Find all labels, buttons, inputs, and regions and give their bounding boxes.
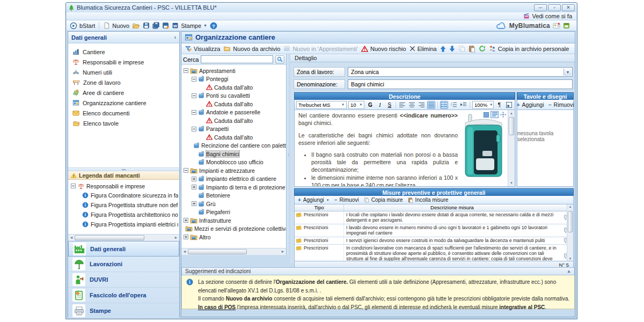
maximize-button[interactable]: ▫ (548, 4, 561, 11)
nuovo-button[interactable]: Nuovo (103, 22, 129, 29)
scrollbar-thumb[interactable] (188, 249, 247, 254)
scrollbar-thumb[interactable] (75, 235, 144, 240)
nav-item-duvri[interactable]: DUVRI (68, 272, 179, 288)
scroll-up-icon[interactable]: ▲ (509, 111, 514, 116)
legend-root[interactable]: Responsabili e imprese (69, 181, 178, 191)
numbered-list-button[interactable]: 12 (450, 101, 458, 109)
column-header-descrizione[interactable]: Descrizione misura (344, 204, 560, 211)
tree-node-gr-[interactable]: Grù (181, 200, 286, 208)
sidebar-item-zone-di-lavoro[interactable]: Zone di lavoro (68, 77, 179, 87)
misure-rimuovi-button[interactable]: − Rimuovi (334, 197, 359, 203)
paste-icon[interactable] (469, 45, 475, 53)
move-down-icon[interactable] (449, 46, 455, 52)
zoom-select[interactable]: 100%▼ (472, 101, 494, 109)
scrollbar-thumb[interactable] (509, 117, 514, 135)
align-left-button[interactable] (398, 101, 406, 109)
refresh-icon[interactable] (479, 45, 486, 52)
scrollbar-thumb[interactable] (568, 211, 573, 232)
tree-node-infrastrutture[interactable]: Infrastrutture (181, 216, 286, 225)
stampe-button[interactable]: W Stampe ▼ (172, 22, 207, 29)
zona-di-lavoro-select[interactable]: Zona unica ▼ (348, 67, 573, 77)
move-up-icon[interactable] (440, 46, 446, 52)
column-header-tipo[interactable]: Tipo (295, 204, 344, 211)
tree-node-apprestamenti[interactable]: Apprestamenti (181, 67, 286, 75)
title-bar[interactable]: Blumatica Sicurezza Cantieri - PSC - VIL… (66, 3, 577, 12)
save-all-icon[interactable] (152, 22, 159, 29)
tree-node-impianti-e-attrezzature[interactable]: Impianti e attrezzature (181, 166, 286, 175)
nav-item-lavorazioni[interactable]: Lavorazioni (68, 257, 179, 272)
align-right-button[interactable] (418, 101, 426, 109)
panel-splitter[interactable]: ⁞ (287, 54, 290, 255)
tree-node-caduta-dall-alto[interactable]: Caduta dall'alto (181, 100, 286, 108)
help-icon[interactable]: ? (210, 22, 217, 30)
font-family-select[interactable]: Trebuchet MS▼ (296, 101, 347, 109)
legend-item[interactable]: Figura Coordinatore sicurezza in fase di… (69, 191, 178, 200)
nuovo-rischio-button[interactable]: Nuovo rischio (361, 46, 406, 52)
close-button[interactable]: ✕ (562, 4, 575, 11)
misure-vscrollbar[interactable]: ▲ ▼ (567, 204, 573, 261)
scroll-left-icon[interactable]: ◄ (69, 235, 74, 240)
misure-row[interactable]: PrescrizioniI lavabi devono essere in nu… (295, 224, 573, 237)
tree-node-parapetti[interactable]: Parapetti (181, 125, 286, 134)
tavole-rimuovi-button[interactable]: − Rimuovi (548, 101, 574, 108)
elimina-button[interactable]: Elimina (409, 46, 437, 52)
misure-row[interactable]: PrescrizioniI servizi igienici devono es… (295, 237, 573, 245)
myblumatica-area[interactable]: MyBlumatica (496, 22, 573, 30)
scroll-down-icon[interactable]: ▼ (568, 257, 573, 260)
italic-button[interactable]: I (376, 101, 384, 109)
legend-item[interactable]: Figura Progettista architettonico non de… (69, 210, 178, 219)
tree-node-impianto-di-terra-e-di-protezione-contro-le-scariche[interactable]: Impianto di terra e di protezione contro… (181, 183, 286, 192)
vedi-come-si-fa-link[interactable]: Vedi come si fa (523, 13, 576, 19)
misure-aggiungi-button[interactable]: + Aggiungi ▼ (298, 197, 330, 203)
copia-misure-button[interactable]: Copia misure (364, 197, 403, 203)
incolla-misure-button[interactable]: Incolla misure (408, 197, 449, 203)
align-center-button[interactable] (408, 101, 416, 109)
contact-card-icon[interactable] (553, 23, 560, 29)
misure-row[interactable]: PrescrizioniIn condizioni lavorative con… (295, 245, 573, 262)
sidebar-item-aree-di-cantiere[interactable]: Aree di cantiere (68, 87, 179, 98)
search-input[interactable] (201, 55, 273, 63)
search-button[interactable] (275, 55, 284, 64)
tree-node-caduta-dall-alto[interactable]: Caduta dall'alto (181, 133, 286, 142)
sidebar-item-elenco-tavole[interactable]: Elenco tavole (68, 118, 179, 128)
open-folder-icon[interactable] (132, 22, 140, 30)
sidebar-item-numeri-utili[interactable]: Numeri utili (68, 67, 179, 77)
sidebar-hscrollbar[interactable]: ◄ ► (68, 234, 179, 241)
sidebar-item-organizzazione-cantiere[interactable]: Organizzazione cantiere (68, 98, 179, 108)
tree-node-andatoie-e-passerelle[interactable]: Andatoie e passerelle (181, 108, 286, 117)
justify-button[interactable] (427, 101, 435, 109)
descrizione-editor[interactable]: Nel cantiere dovranno essere presenti <<… (294, 110, 515, 187)
legend-item[interactable]: Figura Progettista impianti elettrici no… (69, 219, 178, 229)
tree-node-altro[interactable]: Altro (181, 233, 286, 241)
collapse-sidebar-icon[interactable]: ‹ (174, 34, 176, 40)
tree-node-caduta-dall-alto[interactable]: Caduta dall'alto (181, 83, 286, 92)
scroll-right-icon[interactable]: ► (280, 249, 286, 254)
chevron-down-icon[interactable]: ▼ (564, 68, 572, 76)
minimize-button[interactable]: ─ (534, 4, 547, 11)
denominazione-input[interactable]: Bagni chimici (348, 79, 573, 89)
calendar-icon[interactable] (563, 22, 570, 29)
suggestions-header[interactable]: Suggerimenti ed indicazioni ▲ (181, 267, 575, 275)
sidebar-item-elenco-documenti[interactable]: Elenco documenti (68, 108, 179, 118)
font-size-select[interactable]: 10▼ (348, 101, 364, 109)
bstart-button[interactable]: bStart (70, 22, 95, 30)
indent-button[interactable] (459, 101, 467, 109)
scroll-right-icon[interactable]: ► (173, 235, 179, 240)
nav-item-dati-generali[interactable]: Dati generali (68, 241, 179, 257)
tree-node-piegaferri[interactable]: Piegaferri (181, 208, 286, 217)
tree-node-monoblocco-uso-ufficio[interactable]: Monoblocco uso ufficio (181, 158, 286, 167)
underline-button[interactable]: S (385, 101, 393, 109)
misure-row[interactable]: PrescrizioniI locali che ospitano i lava… (295, 211, 573, 224)
bold-button[interactable]: G (366, 101, 374, 109)
collapse-up-icon[interactable]: ▲ (567, 269, 571, 274)
tree-node-recinzione-del-cantiere-con-paletti-e-rete[interactable]: Recinzione del cantiere con paletti e re… (181, 142, 286, 150)
tree-node-caduta-dall-alto[interactable]: Caduta dall'alto (181, 116, 286, 125)
tree-node-bagni-chimici[interactable]: Bagni chimici (181, 150, 286, 158)
pilcrow-button[interactable]: ¶ (495, 101, 503, 109)
legend-item[interactable]: Figura Progettista strutture non definit… (69, 200, 178, 210)
sidebar-splitter[interactable]: ••• (68, 167, 179, 171)
minus-expander-icon[interactable] (71, 184, 76, 188)
save-icon[interactable] (143, 22, 150, 29)
tree-node-ponti-su-cavalletti[interactable]: Ponti su cavalletti (181, 92, 286, 100)
nuovo-in-apprestamenti-button[interactable]: Nuovo in 'Apprestamenti' (283, 45, 358, 52)
